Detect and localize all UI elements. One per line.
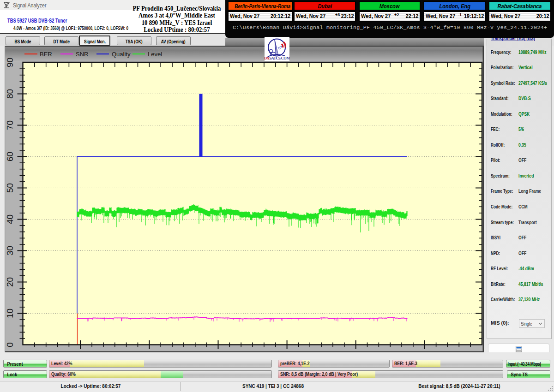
svg-text:BER: BER (40, 51, 52, 58)
svg-text:DXSATCS.COM: DXSATCS.COM (265, 56, 289, 60)
svg-text:SNR: SNR (76, 51, 88, 58)
svg-text:80: 80 (5, 89, 15, 99)
svg-text:50: 50 (5, 183, 15, 193)
svg-text:20: 20 (5, 277, 15, 287)
svg-text:0: 0 (5, 342, 15, 347)
svg-text:70: 70 (5, 120, 15, 130)
svg-text:90: 90 (5, 58, 15, 67)
svg-text:Quality: Quality (112, 51, 131, 58)
svg-text:10: 10 (5, 309, 15, 318)
svg-text:60: 60 (5, 152, 15, 161)
svg-text:30: 30 (5, 246, 15, 255)
svg-text:Level: Level (148, 51, 162, 58)
svg-text:40: 40 (5, 214, 15, 224)
